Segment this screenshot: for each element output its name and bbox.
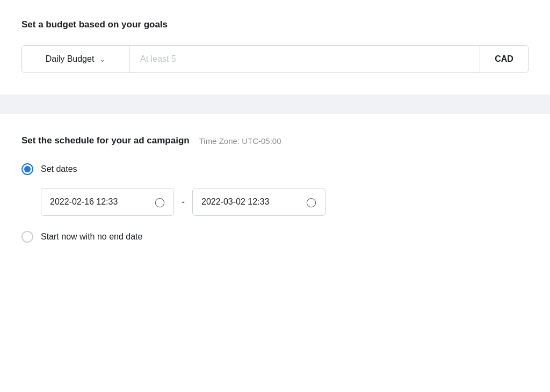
set-dates-label: Set dates <box>41 164 77 174</box>
budget-type-dropdown[interactable]: Daily Budget ⌄ <box>22 46 129 72</box>
end-date-value: 2022-03-02 12:33 <box>201 197 269 207</box>
schedule-section-title: Set the schedule for your ad campaign <box>21 135 190 146</box>
budget-input-row: Daily Budget ⌄ CAD <box>21 45 529 73</box>
start-date-clock-icon: ◯ <box>155 197 165 208</box>
section-divider <box>0 95 550 114</box>
end-date-clock-icon: ◯ <box>306 197 316 208</box>
chevron-down-icon: ⌄ <box>99 55 105 63</box>
date-separator: - <box>182 197 185 208</box>
start-date-input[interactable]: 2022-02-16 12:33 ◯ <box>41 188 174 216</box>
start-date-value: 2022-02-16 12:33 <box>50 197 118 207</box>
schedule-header: Set the schedule for your ad campaign Ti… <box>21 135 529 146</box>
date-inputs-row: 2022-02-16 12:33 ◯ - 2022-03-02 12:33 ◯ <box>41 188 529 216</box>
budget-amount-input[interactable] <box>129 46 480 72</box>
set-dates-radio[interactable] <box>21 163 33 175</box>
no-end-date-radio[interactable] <box>21 231 33 243</box>
budget-section-title: Set a budget based on your goals <box>21 19 529 30</box>
no-end-date-option[interactable]: Start now with no end date <box>21 231 529 243</box>
budget-section: Set a budget based on your goals Daily B… <box>0 0 550 95</box>
page-container: Set a budget based on your goals Daily B… <box>0 0 550 392</box>
end-date-input[interactable]: 2022-03-02 12:33 ◯ <box>192 188 325 216</box>
budget-type-label: Daily Budget <box>46 54 95 64</box>
timezone-label: Time Zone: UTC-05:00 <box>199 136 281 146</box>
no-end-date-label: Start now with no end date <box>41 232 142 242</box>
schedule-section: Set the schedule for your ad campaign Ti… <box>0 114 550 264</box>
budget-currency-label: CAD <box>480 46 528 72</box>
set-dates-option[interactable]: Set dates <box>21 163 529 175</box>
